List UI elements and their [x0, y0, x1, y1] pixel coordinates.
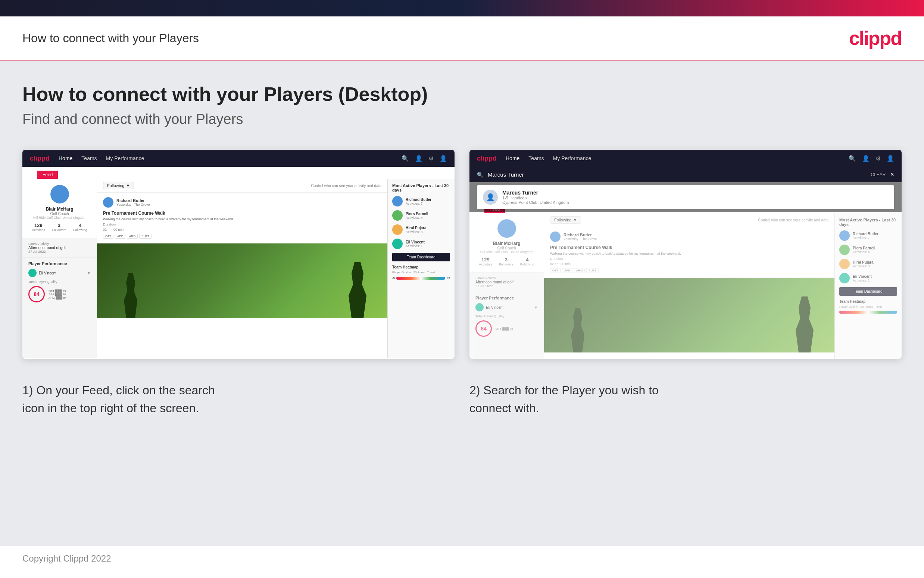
search-input-2[interactable]: Marcus Turner	[488, 171, 866, 178]
heatmap-section-1: Team Heatmap Player Quality · 20 Round T…	[392, 265, 450, 280]
app-logo-2: clippd	[477, 154, 497, 162]
screenshots-row: clippd Home Teams My Performance 🔍 👤 ⚙ 👤…	[23, 150, 901, 359]
golfer2-silhouette-2	[566, 308, 589, 352]
nav-right-2: 🔍 👤 ⚙ 👤	[849, 155, 894, 162]
nav-performance-2[interactable]: My Performance	[553, 155, 592, 161]
player-item-piers-2: Piers Parnell Activities: 4	[839, 245, 897, 255]
golf-image-2	[544, 278, 835, 352]
tag-row-1: OTT APP ARG PUTT	[103, 234, 381, 239]
player-select-avatar-2	[476, 303, 484, 312]
top-bar	[0, 0, 924, 16]
left-panel-1: Blair McHarg Golf Coach Mill Ride Golf C…	[23, 179, 97, 358]
search-icon-1[interactable]: 🔍	[401, 155, 409, 162]
feed-tab-1[interactable]: Feed	[37, 170, 58, 179]
golfer-silhouette-1	[343, 262, 372, 318]
player-item-hiral-2: Hiral Pujara Activities: 3	[839, 259, 897, 269]
screenshot-1: clippd Home Teams My Performance 🔍 👤 ⚙ 👤…	[23, 150, 455, 359]
search-icon-2[interactable]: 🔍	[849, 155, 856, 162]
player-av-piers-1	[392, 210, 403, 221]
following-button-2[interactable]: Following ▼	[550, 216, 581, 224]
right-panel-1: Most Active Players - Last 30 days Richa…	[387, 179, 455, 358]
step-1: 1) On your Feed, click on the searchicon…	[23, 381, 455, 417]
app-body-2: Blair McHarg Golf Coach Mill Ride Golf C…	[469, 213, 901, 359]
score-bars-1: OTT ▓▓▓ 79 APP ▓▓▓ 70 ARG ▓▓▓ 84	[49, 289, 66, 299]
avatar-img-1	[50, 185, 69, 203]
nav-home-2[interactable]: Home	[506, 155, 519, 161]
player-select-2[interactable]: Eli Vincent ▼	[476, 303, 538, 312]
screenshot-2: clippd Home Teams My Performance 🔍 👤 ⚙ 👤…	[469, 150, 901, 359]
user-avatar-1[interactable]: 👤	[440, 155, 447, 162]
profile-icon-1[interactable]: 👤	[415, 155, 422, 162]
section-subtitle: Find and connect with your Players	[23, 111, 901, 127]
tag-putt-2: PUTT	[586, 268, 599, 273]
player-av-eli-2	[839, 273, 850, 283]
score-row-2: 84 OTT ▓▓▓ 79	[476, 320, 538, 337]
nav-teams-1[interactable]: Teams	[81, 155, 97, 161]
score-circle-1: 84	[28, 286, 45, 302]
profile-avatar-1	[50, 185, 69, 203]
activity-user-avatar-1	[103, 197, 113, 208]
profile-name-1: Blair McHarg	[28, 206, 91, 212]
search-overlay-2: 🔍 Marcus Turner CLEAR × 👤 Marcus Turner …	[469, 167, 901, 212]
tag-app-2: APP	[562, 268, 573, 273]
settings-icon-1[interactable]: ⚙	[429, 155, 434, 162]
profile-club-1: Mill Ride Golf Club, United Kingdom	[28, 216, 91, 219]
app-nav-2: clippd Home Teams My Performance 🔍 👤 ⚙ 👤	[469, 150, 901, 167]
player-select-1[interactable]: Eli Vincent ▼	[28, 269, 91, 277]
team-dashboard-btn-1[interactable]: Team Dashboard	[392, 253, 450, 261]
nav-right-1: 🔍 👤 ⚙ 👤	[401, 155, 447, 162]
profile-section-1: Blair McHarg Golf Coach Mill Ride Golf C…	[23, 179, 97, 238]
tag-app-1: APP	[115, 234, 125, 239]
user-info-1: Richard Butler Yesterday · The Grove	[117, 198, 150, 206]
profile-stats-2: 129 Activities 3 Followers 4 Following	[476, 257, 538, 266]
team-dashboard-btn-2[interactable]: Team Dashboard	[839, 287, 897, 296]
following-button-1[interactable]: Following ▼	[103, 182, 134, 189]
following-bar-2: Following ▼ Control who can see your act…	[544, 213, 835, 227]
player-av-richard-1	[392, 196, 403, 206]
search-bar-icon: 🔍	[477, 172, 483, 178]
nav-home-1[interactable]: Home	[58, 155, 73, 161]
page-title: How to connect with your Players	[23, 31, 199, 45]
header: How to connect with your Players clippd	[0, 16, 924, 60]
score-bars-2: OTT ▓▓▓ 79	[495, 327, 513, 330]
player-perf-1: Player Performance Eli Vincent ▼ Total P…	[23, 258, 97, 306]
heatmap-bar-1	[396, 277, 445, 280]
tag-ott-2: OTT	[550, 268, 560, 273]
app-ui-2: clippd Home Teams My Performance 🔍 👤 ⚙ 👤…	[469, 150, 901, 359]
right-panel-2: Most Active Players - Last 30 days Richa…	[835, 213, 901, 359]
settings-icon-2[interactable]: ⚙	[875, 155, 881, 162]
heatmap-section-2: Team Heatmap Player Quality · 20 Round T…	[839, 299, 897, 313]
following-bar-1: Following ▼ Control who can see your act…	[97, 179, 387, 193]
close-button-2[interactable]: ×	[890, 170, 894, 179]
stat-following-1: 4 Following	[73, 222, 87, 232]
player-item-piers-1: Piers Parnell Activities: 4	[392, 210, 450, 221]
player-item-eli-1: Eli Vincent Activities: 1	[392, 239, 450, 249]
score-circle-2: 84	[476, 320, 492, 337]
clear-button-2[interactable]: CLEAR	[871, 172, 885, 177]
main-content: How to connect with your Players (Deskto…	[0, 60, 924, 546]
nav-performance-1[interactable]: My Performance	[106, 155, 144, 161]
step-2-text: 2) Search for the Player you wish toconn…	[469, 381, 901, 417]
mid-panel-2: Following ▼ Control who can see your act…	[544, 213, 835, 359]
activity-card-2: Richard Butler Yesterday · The Grove Pre…	[544, 227, 835, 278]
profile-role-1: Golf Coach	[28, 212, 91, 216]
step-1-text: 1) On your Feed, click on the searchicon…	[23, 381, 455, 417]
player-av-richard-2	[839, 231, 850, 241]
footer: Copyright Clippd 2022	[0, 546, 924, 571]
player-av-hiral-1	[392, 224, 403, 235]
tag-arg-2: ARG	[574, 268, 585, 273]
dropdown-arrow-2[interactable]: ▼	[534, 305, 538, 310]
app-logo-1: clippd	[30, 154, 50, 162]
activity-user-avatar-2	[550, 232, 560, 242]
nav-teams-2[interactable]: Teams	[528, 155, 544, 161]
profile-stats-1: 129 Activities 3 Followers 4 Following	[28, 222, 91, 232]
heatmap-bar-2	[839, 311, 897, 313]
dropdown-arrow-1[interactable]: ▼	[87, 271, 91, 275]
player-item-richard-1: Richard Butler Activities: 7	[392, 196, 450, 206]
player-item-richard-2: Richard Butler Activities: 7	[839, 231, 897, 241]
profile-icon-2[interactable]: 👤	[862, 155, 869, 162]
tag-putt-1: PUTT	[139, 234, 152, 239]
user-avatar-2[interactable]: 👤	[887, 155, 894, 162]
activity-card-1: Richard Butler Yesterday · The Grove Pre…	[97, 193, 387, 244]
search-result-2[interactable]: 👤 Marcus Turner 1-5 Handicap Cypress Poi…	[477, 185, 894, 209]
